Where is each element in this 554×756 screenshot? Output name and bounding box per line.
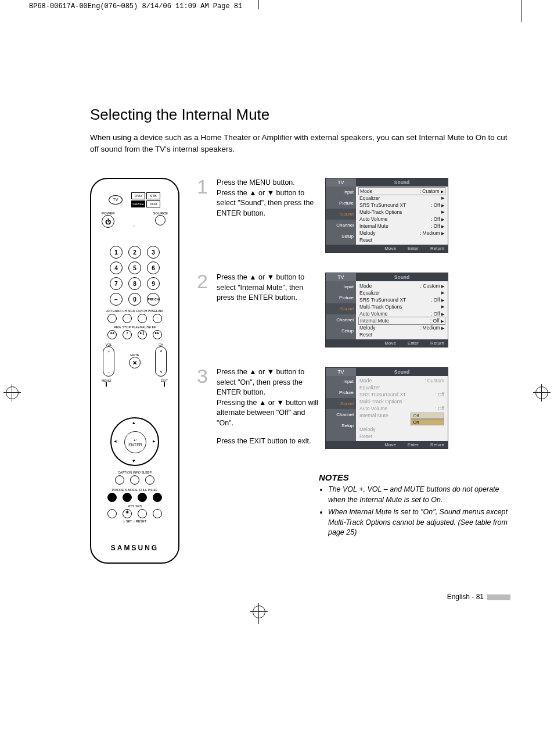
remote-labels-transport: REW STOP PLAY/PAUSE FF [91,325,178,329]
remote-src-stb: STB [146,192,160,199]
remote-num-9: 9 [147,277,160,290]
remote-power-btn: ⏻ [102,215,114,228]
remote-labels-caption: CAPTION INFO SLEEP [91,471,178,474]
remote-mute-btn: ✕ [129,357,141,368]
osd-title: Sound [356,368,448,376]
remote-setreset: ○ SET ○ RESET [91,519,178,523]
osd-1: TVSound Input Picture Sound Channel Setu… [325,178,448,253]
remote-tv: TV [109,195,123,205]
step-3-text: Press the ▲ or ▼ button to select "On", … [217,367,318,447]
osd-tab-setup: Setup [326,231,356,242]
step-3-exit: Press the EXIT button to exit. [217,436,318,447]
remote-source-btn [155,215,166,225]
remote-num-5: 5 [128,261,141,274]
notes-heading: NOTES [319,472,510,482]
osd-tab-channel: Channel [326,220,356,231]
step-2: 2 Press the ▲ or ▼ button to select "Int… [197,273,510,347]
osd-title: Sound [356,178,448,187]
remote-labels-antenna: ANTENNA CH MGR FAV.CH WISELINK [91,309,178,313]
remote-brand: SAMSUNG [91,544,178,552]
remote-ch-rocker: ∧∨ [155,346,167,377]
page-intro: When using a device such as a Home Theat… [90,132,510,155]
remote-num-0: 0 [128,293,141,306]
osd-title: Sound [356,273,448,281]
osd-tab-input: Input [326,187,356,198]
remote-num-3: 3 [147,246,160,259]
osd-tv-label: TV [326,273,356,281]
osd-tv-label: TV [326,178,356,187]
remote-num-6: 6 [147,261,160,274]
osd-opt-off: Off [411,413,444,419]
step-2-num: 2 [197,273,210,291]
remote-numpad: 123 456 789 −0PRE-CH ANTENNA CH MGR FAV.… [91,243,178,386]
remote-vol-label: VOL [103,343,114,346]
note-1: The VOL +, VOL – and MUTE buttons do not… [328,485,510,505]
remote-menu-btn [106,382,107,387]
step-3-num: 3 [197,367,210,385]
remote-src-dvd: DVD [131,192,145,199]
osd-3: TVSound Input Picture Sound Channel Setu… [325,367,448,449]
remote-vol-rocker: ＋− [103,346,114,377]
osd-tab-sound: Sound [326,209,356,220]
remote-num-dash: − [110,293,123,306]
remote-labels-pmode: P.MODE S.MODE STILL P.SIZE [91,488,178,492]
notes-section: NOTES The VOL +, VOL – and MUTE buttons … [319,472,510,538]
remote-src-vcr: VCR [146,200,160,207]
step-3: 3 Press the ▲ or ▼ button to select "On"… [197,367,510,449]
remote-num-8: 8 [128,277,141,290]
step-1-text: Press the MENU button. Press the ▲ or ▼ … [217,178,318,218]
step-2-text: Press the ▲ or ▼ button to select "Inter… [217,273,318,303]
remote-ch-label: CH [155,343,167,346]
osd-tab-picture: Picture [326,198,356,209]
osd-2: TVSound Input Picture Sound Channel Setu… [325,273,448,347]
osd-tv-label: TV [326,368,356,376]
remote-num-7: 7 [110,277,123,290]
step-1: 1 Press the MENU button. Press the ▲ or … [197,178,510,253]
remote-num-1: 1 [110,246,123,259]
remote-src-cable: CABLE [131,200,145,207]
remote-labels-mts: MTS SRS [91,504,178,508]
osd-opt-on: On [411,419,444,425]
remote-nav-ring: ▴ ▾ ◂ ▸ ↵ENTER [110,417,159,466]
remote-illustration: TV DVDSTB CABLEVCR POWER ⏻ ∴ SO [90,178,179,564]
remote-enter-btn: ↵ENTER [124,431,146,453]
remote-prech: PRE-CH [147,293,160,306]
step-1-num: 1 [197,178,210,196]
remote-num-2: 2 [128,246,141,259]
page-footer: English - 81 [0,587,554,624]
note-2: When Internal Mute is set to "On", Sound… [328,507,510,538]
remote-exit-btn [164,382,165,387]
print-header: BP68-00617A-00Eng(076~085) 8/14/06 11:09… [0,0,554,13]
remote-num-4: 4 [110,261,123,274]
page-title: Selecting the Internal Mute [90,106,510,124]
